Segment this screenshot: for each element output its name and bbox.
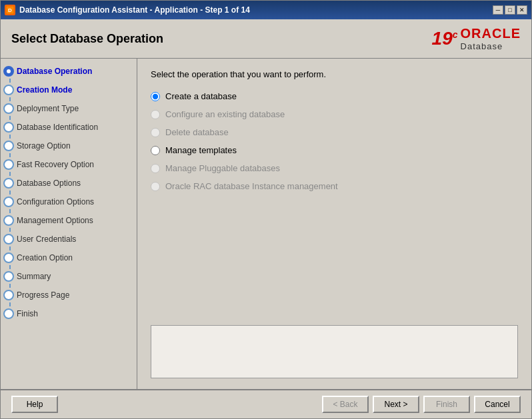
sidebar-label-fast-recovery-option: Fast Recovery Option [17,160,94,169]
title-bar-controls: ─ □ ✕ [493,5,527,15]
radio-delete-database: Delete database [151,127,518,137]
sidebar-label-finish: Finish [17,309,38,318]
title-bar: D Database Configuration Assistant - App… [1,1,531,19]
info-box [151,325,518,378]
sidebar-label-storage-option: Storage Option [17,141,71,151]
title-bar-left: D Database Configuration Assistant - App… [5,5,250,15]
step-indicator-fast-recovery-option [3,159,14,170]
sidebar-item-deployment-type[interactable]: Deployment Type [1,101,137,116]
close-button[interactable]: ✕ [517,5,527,15]
sidebar-label-management-options: Management Options [17,216,93,225]
radio-manage-pluggable-input [151,164,160,173]
step-indicator-deployment-type [3,103,14,114]
radio-configure-existing-label: Configure an existing database [165,109,285,119]
radio-configure-existing-input [151,110,160,119]
sidebar-label-creation-mode: Creation Mode [17,85,72,95]
sidebar-label-database-options: Database Options [17,179,81,188]
sidebar-item-storage-option[interactable]: Storage Option [1,139,137,153]
finish-button[interactable]: Finish [423,396,470,413]
radio-oracle-rac-input [151,182,160,191]
header-section: Select Database Operation 19c ORACLE Dat… [1,19,531,59]
window-title: Database Configuration Assistant - Appli… [19,5,250,15]
oracle-brand: ORACLE [461,26,521,41]
step-indicator-database-options [3,178,14,189]
content-area: Select the operation that you want to pe… [137,59,531,389]
sidebar-label-progress-page: Progress Page [17,290,69,300]
minimize-button[interactable]: ─ [493,5,503,15]
sidebar-label-user-credentials: User Credentials [17,234,76,244]
main-content: Database Operation Creation Mode Deploym… [1,59,531,389]
sidebar-item-configuration-options[interactable]: Configuration Options [1,195,137,209]
footer-right: < Back Next > Finish Cancel [322,396,521,413]
radio-create-database-label[interactable]: Create a database [165,91,237,101]
sidebar-label-deployment-type: Deployment Type [17,104,79,113]
next-button[interactable]: Next > [373,396,419,413]
sidebar-item-finish[interactable]: Finish [1,306,137,321]
sidebar-item-database-operation[interactable]: Database Operation [1,64,137,79]
main-window: D Database Configuration Assistant - App… [0,0,532,419]
sidebar-item-progress-page[interactable]: Progress Page [1,288,137,302]
radio-manage-templates[interactable]: Manage templates [151,145,518,155]
instruction-text: Select the operation that you want to pe… [151,69,518,79]
radio-manage-templates-label[interactable]: Manage templates [165,145,237,155]
sidebar-item-summary[interactable]: Summary [1,269,137,284]
radio-oracle-rac: Oracle RAC database Instance management [151,181,518,191]
oracle-text: ORACLE Database [461,26,521,51]
sidebar-label-database-identification: Database Identification [17,123,98,132]
oracle-logo: 19c ORACLE Database [432,26,521,51]
maximize-button[interactable]: □ [505,5,515,15]
step-indicator-storage-option [3,141,14,151]
sidebar: Database Operation Creation Mode Deploym… [1,59,137,389]
step-indicator-database-identification [3,122,14,133]
radio-manage-templates-input[interactable] [151,146,160,155]
sidebar-item-fast-recovery-option[interactable]: Fast Recovery Option [1,157,137,172]
step-indicator-creation-mode [3,85,14,95]
step-indicator-configuration-options [3,197,14,207]
radio-oracle-rac-label: Oracle RAC database Instance management [165,181,338,191]
step-indicator-summary [3,271,14,282]
step-indicator-progress-page [3,290,14,300]
svg-text:D: D [8,7,12,13]
back-button[interactable]: < Back [322,396,369,413]
oracle-version: 19c [432,28,458,49]
footer-left: Help [11,396,58,413]
radio-delete-database-input [151,128,160,137]
sidebar-item-database-identification[interactable]: Database Identification [1,120,137,135]
sidebar-label-database-operation: Database Operation [17,67,92,76]
radio-manage-pluggable: Manage Pluggable databases [151,163,518,173]
app-icon: D [5,5,15,15]
radio-delete-database-label: Delete database [165,127,229,137]
step-indicator-finish [3,308,14,319]
radio-create-database[interactable]: Create a database [151,91,518,101]
step-indicator-creation-option [3,252,14,263]
sidebar-item-management-options[interactable]: Management Options [1,213,137,228]
page-title: Select Database Operation [11,32,163,46]
sidebar-item-creation-mode[interactable]: Creation Mode [1,83,137,97]
sidebar-label-configuration-options: Configuration Options [17,197,94,207]
sidebar-label-summary: Summary [17,272,51,281]
radio-create-database-input[interactable] [151,92,160,101]
step-indicator-database-operation [3,66,14,77]
radio-manage-pluggable-label: Manage Pluggable databases [165,163,280,173]
sidebar-item-user-credentials[interactable]: User Credentials [1,232,137,246]
step-indicator-user-credentials [3,234,14,244]
cancel-button[interactable]: Cancel [474,396,521,413]
sidebar-label-creation-option: Creation Option [17,253,73,262]
step-indicator-management-options [3,215,14,226]
sidebar-item-creation-option[interactable]: Creation Option [1,250,137,265]
footer: Help < Back Next > Finish Cancel [1,389,531,418]
help-button[interactable]: Help [11,396,58,413]
radio-group: Create a database Configure an existing … [151,91,518,191]
sidebar-item-database-options[interactable]: Database Options [1,176,137,191]
radio-configure-existing: Configure an existing database [151,109,518,119]
oracle-sub: Database [461,41,503,51]
